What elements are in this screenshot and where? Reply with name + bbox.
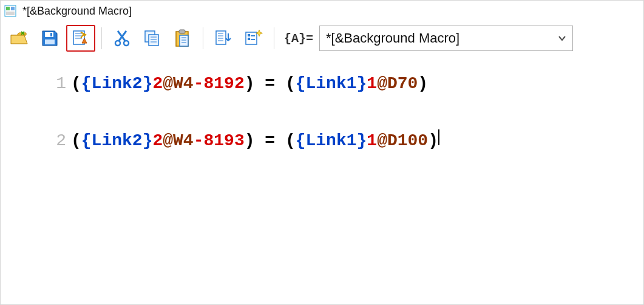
svg-rect-5 <box>45 39 55 44</box>
paste-icon <box>175 29 191 47</box>
svg-rect-32 <box>248 34 250 36</box>
paste-button[interactable] <box>169 26 197 51</box>
punct: ) <box>418 74 428 94</box>
svg-rect-16 <box>149 35 158 46</box>
svg-rect-31 <box>246 32 257 44</box>
number-token: 2 <box>152 74 163 94</box>
svg-point-13 <box>115 41 120 46</box>
titlebar: *[&Background Macro] <box>1 1 643 21</box>
svg-line-11 <box>118 31 125 41</box>
svg-rect-6 <box>50 33 52 36</box>
code-line[interactable]: 2 ( {Link2} 2 @W4 -8193 ) = ( {Link1} 1 … <box>1 129 643 151</box>
svg-rect-35 <box>251 39 255 40</box>
sheet-sparkle-icon <box>245 30 263 47</box>
sort-button[interactable] <box>209 26 237 51</box>
link-ref: {Link2} <box>81 131 153 151</box>
punct: ) = ( <box>245 74 296 94</box>
open-icon <box>10 30 29 46</box>
toolbar-separator <box>101 27 102 49</box>
macro-dropdown[interactable]: *[&Background Macro] <box>319 26 573 51</box>
number-token: -8193 <box>194 131 245 151</box>
svg-rect-34 <box>251 35 255 36</box>
window: *[&Background Macro] <box>0 0 644 305</box>
address-token: @D100 <box>377 131 428 151</box>
svg-line-12 <box>119 31 126 41</box>
text-cursor <box>438 129 439 145</box>
number-token: 1 <box>367 131 377 151</box>
cut-icon <box>114 30 130 47</box>
sort-down-icon <box>215 30 232 47</box>
svg-rect-33 <box>248 38 250 40</box>
code-editor[interactable]: 1 ( {Link2} 2 @W4 -8192 ) = ( {Link1} 1 … <box>1 55 643 151</box>
copy-button[interactable] <box>138 26 166 51</box>
link-ref: {Link1} <box>296 74 367 94</box>
punct: ) <box>428 131 438 151</box>
svg-rect-21 <box>179 30 185 33</box>
insert-variable-label[interactable]: {A}= <box>284 32 313 46</box>
svg-rect-22 <box>180 35 188 46</box>
compile-icon <box>72 30 89 47</box>
link-ref: {Link2} <box>81 74 153 94</box>
line-number: 2 <box>43 131 66 151</box>
copy-icon <box>144 30 161 47</box>
compile-button[interactable] <box>66 25 95 52</box>
address-token: @W4 <box>163 131 193 151</box>
svg-rect-3 <box>6 12 15 15</box>
dropdown-selected: *[&Background Macro] <box>326 30 459 46</box>
code-line[interactable]: 1 ( {Link2} 2 @W4 -8192 ) = ( {Link1} 1 … <box>1 74 643 94</box>
save-icon <box>41 30 58 47</box>
link-ref: {Link1} <box>296 131 367 151</box>
punct: ( <box>71 131 81 151</box>
toolbar-separator <box>274 27 274 49</box>
title-text: *[&Background Macro] <box>22 5 132 18</box>
open-button[interactable] <box>5 26 33 51</box>
svg-rect-2 <box>11 7 15 10</box>
number-token: 2 <box>152 131 163 151</box>
svg-rect-26 <box>216 31 226 44</box>
save-button[interactable] <box>36 26 64 51</box>
address-token: @D70 <box>377 74 418 94</box>
chevron-down-icon <box>558 30 566 46</box>
punct: ( <box>71 74 81 94</box>
preferences-button[interactable] <box>240 26 268 51</box>
line-number: 1 <box>43 74 66 94</box>
toolbar: {A}= *[&Background Macro] <box>1 21 643 55</box>
svg-rect-1 <box>6 7 10 10</box>
svg-point-14 <box>124 41 129 46</box>
app-icon <box>4 5 16 17</box>
address-token: @W4 <box>163 74 193 94</box>
punct: ) = ( <box>245 131 296 151</box>
number-token: -8192 <box>194 74 245 94</box>
number-token: 1 <box>367 74 377 94</box>
cut-button[interactable] <box>108 26 136 51</box>
toolbar-separator <box>203 27 203 49</box>
